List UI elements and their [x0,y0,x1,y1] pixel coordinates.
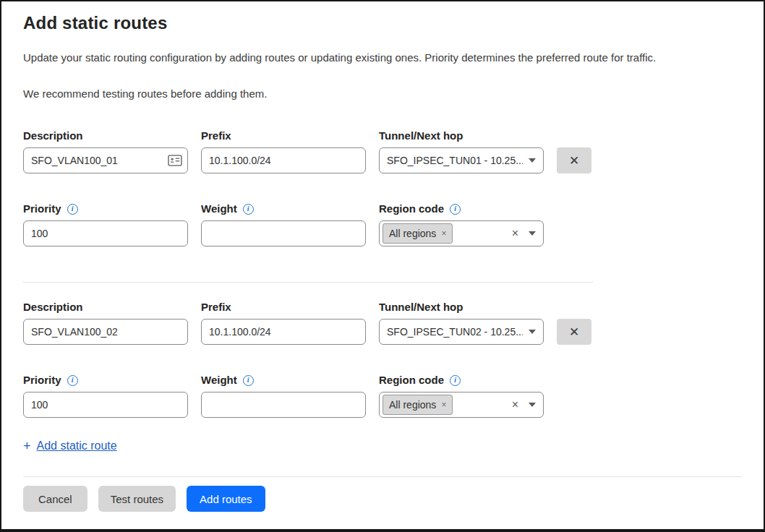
priority-label: Priority i [23,373,188,387]
tunnel-selected-value: SFO_IPSEC_TUN01 - 10.25... [387,155,523,166]
weight-label-text: Weight [201,202,237,216]
cancel-button[interactable]: Cancel [23,486,87,512]
chevron-down-icon [529,330,536,334]
footer-divider [23,476,742,477]
description-input[interactable] [23,319,188,345]
chevron-down-icon [529,158,536,163]
region-chip-label: All regions [389,399,436,411]
region-chip[interactable]: All regions × [382,223,453,244]
region-code-label-text: Region code [379,202,444,216]
tunnel-label: Tunnel/Next hop [379,129,544,143]
remove-route-button[interactable]: ✕ [557,319,591,345]
weight-input[interactable] [201,220,366,246]
add-static-routes-dialog: Add static routes Update your static rou… [0,0,765,532]
note-text: We recommend testing routes before addin… [23,87,742,101]
weight-label: Weight i [201,202,366,216]
tunnel-selected-value: SFO_IPSEC_TUN02 - 10.25... [387,326,523,338]
chevron-down-icon [529,231,536,236]
weight-label-text: Weight [201,373,237,387]
chip-remove-icon[interactable]: × [441,400,446,410]
prefix-input[interactable] [201,147,366,173]
page-title: Add static routes [23,12,742,35]
route-section-1: Description Prefix [23,129,742,246]
info-icon[interactable]: i [243,375,254,386]
info-icon[interactable]: i [67,204,78,215]
description-label: Description [23,129,188,143]
info-icon[interactable]: i [243,204,254,215]
region-chip[interactable]: All regions × [382,395,453,415]
remove-route-button[interactable]: ✕ [557,147,591,173]
region-code-label-text: Region code [379,373,444,387]
add-static-route-row: + Add static route [23,439,742,452]
prefix-label: Prefix [201,129,366,143]
intro-text: Update your static routing configuration… [23,51,742,65]
close-icon: ✕ [569,153,579,168]
test-routes-button[interactable]: Test routes [98,486,176,512]
info-icon[interactable]: i [450,204,461,215]
region-multiselect[interactable]: All regions × × [379,220,544,246]
priority-label-text: Priority [23,373,61,387]
footer-actions: Cancel Test routes Add routes [23,486,742,512]
tunnel-select[interactable]: SFO_IPSEC_TUN01 - 10.25... [379,147,544,173]
description-label: Description [23,300,188,314]
add-routes-button[interactable]: Add routes [187,486,265,512]
clear-icon[interactable]: × [512,399,518,411]
description-input[interactable] [23,147,188,173]
clear-icon[interactable]: × [512,228,518,239]
region-multiselect[interactable]: All regions × × [379,392,544,418]
info-icon[interactable]: i [67,375,78,386]
info-icon[interactable]: i [450,375,461,386]
priority-label: Priority i [23,202,188,216]
priority-input[interactable] [23,220,188,246]
prefix-label: Prefix [201,300,366,314]
region-code-label: Region code i [379,373,544,387]
chevron-down-icon [529,403,536,407]
weight-label: Weight i [201,373,366,387]
close-icon: ✕ [569,325,579,340]
region-code-label: Region code i [379,202,544,216]
prefix-input[interactable] [201,319,366,345]
route-section-2: Description Prefix Tunnel/Next hop SFO_I… [23,300,742,418]
priority-label-text: Priority [23,202,61,216]
add-static-route-link[interactable]: Add static route [37,439,117,452]
priority-input[interactable] [23,392,188,418]
plus-icon: + [23,439,31,452]
chip-remove-icon[interactable]: × [441,228,446,239]
section-divider [23,282,593,283]
weight-input[interactable] [201,392,366,418]
tunnel-label: Tunnel/Next hop [379,300,544,314]
tunnel-select[interactable]: SFO_IPSEC_TUN02 - 10.25... [379,319,544,345]
region-chip-label: All regions [389,228,436,239]
description-input-wrap [23,147,188,173]
